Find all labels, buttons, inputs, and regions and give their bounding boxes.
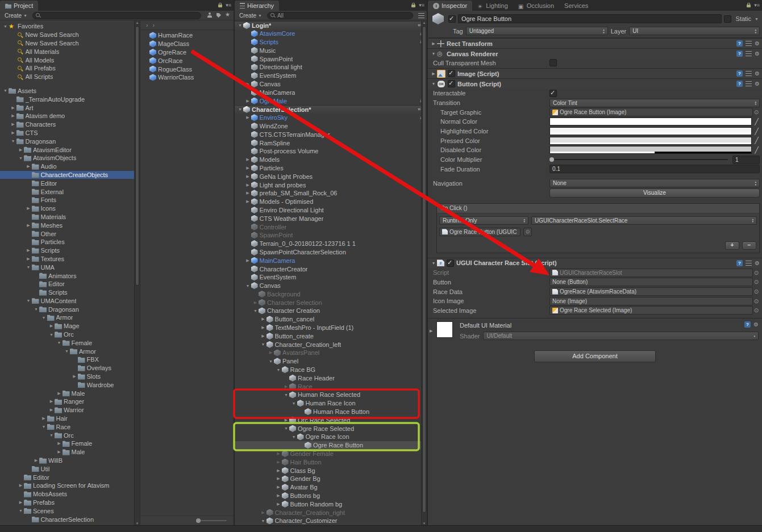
expand-arrow-icon[interactable] — [56, 450, 63, 454]
tree-row[interactable]: Wardrobe — [0, 380, 140, 389]
inspector-tab[interactable]: Occlusion — [513, 1, 559, 11]
expand-arrow-icon[interactable] — [26, 248, 32, 253]
hierarchy-row[interactable]: GeNa Light Probes — [235, 172, 427, 181]
asset-list-item[interactable]: MageClass — [140, 40, 234, 48]
expand-arrow-icon[interactable] — [26, 223, 32, 228]
object-field[interactable]: None (Image) — [549, 297, 753, 305]
expand-arrow-icon[interactable] — [260, 342, 267, 346]
hierarchy-row[interactable]: Background — [235, 290, 427, 299]
expand-arrow-icon[interactable] — [276, 485, 282, 489]
tree-row[interactable]: All Prefabs — [0, 64, 140, 73]
object-field[interactable]: Ogre Race Selected (Image) — [549, 306, 753, 315]
hierarchy-search-input[interactable]: All — [267, 12, 413, 19]
expand-arrow-icon[interactable] — [26, 206, 32, 211]
tree-row[interactable]: Audio — [0, 162, 140, 171]
rect-transform-header[interactable]: ▶ Rect Transform — [428, 38, 762, 48]
tree-row[interactable]: Dragonsan — [0, 305, 140, 313]
hierarchy-row[interactable]: SpawnPoint — [235, 55, 427, 63]
expand-arrow-icon[interactable] — [245, 115, 251, 120]
tree-row[interactable]: UMA — [0, 263, 140, 271]
tree-row[interactable]: _TerrainAutoUpgrade — [0, 95, 140, 103]
hierarchy-row[interactable]: CharacterCreator — [235, 265, 427, 273]
tree-row[interactable]: Mage — [0, 322, 140, 330]
hierarchy-scrollbar[interactable]: ▲ ▼ — [421, 20, 427, 526]
object-picker-icon[interactable]: ⊙ — [753, 109, 760, 115]
tree-row[interactable]: Scripts — [0, 246, 140, 255]
hierarchy-row[interactable]: RamSpline — [235, 139, 427, 147]
tree-row[interactable]: New Saved Search — [0, 31, 140, 39]
expand-arrow-icon[interactable] — [26, 164, 32, 169]
breadcrumb-segment[interactable] — [151, 22, 157, 28]
expand-arrow-icon[interactable] — [245, 284, 251, 288]
add-component-button[interactable]: Add Component — [534, 350, 656, 362]
tree-row[interactable]: Female — [0, 439, 140, 448]
object-picker-icon[interactable]: ⊙ — [523, 228, 532, 236]
hierarchy-row[interactable]: Models — [235, 156, 427, 164]
expand-arrow-icon[interactable] — [268, 350, 274, 355]
help-icon[interactable] — [736, 260, 743, 266]
expand-arrow-icon[interactable] — [18, 156, 24, 160]
layer-dropdown[interactable]: UI▴ ▾ — [629, 27, 760, 35]
inspector-tab[interactable]: Lighting — [472, 1, 513, 11]
hierarchy-row[interactable]: Music — [235, 46, 427, 55]
icon-size-slider[interactable] — [197, 520, 227, 521]
navigation-dropdown[interactable]: None▴ ▾ — [549, 179, 760, 187]
tree-row[interactable]: Male — [0, 389, 140, 397]
expand-arrow-icon[interactable] — [10, 114, 16, 118]
help-icon[interactable] — [736, 81, 743, 87]
gear-icon[interactable] — [755, 51, 760, 57]
hierarchy-row[interactable]: Canvas — [235, 282, 427, 290]
tree-row[interactable]: Female — [0, 338, 140, 347]
tree-row[interactable]: External — [0, 187, 140, 196]
tree-row[interactable]: Materials — [0, 213, 140, 221]
expand-arrow-icon[interactable] — [276, 493, 282, 498]
tree-row[interactable]: Warrior — [0, 406, 140, 414]
tree-row[interactable]: Particles — [0, 238, 140, 246]
gear-icon[interactable] — [755, 40, 760, 47]
button-component-header[interactable]: ▼ Button (Script) — [428, 78, 762, 89]
target-graphic-field[interactable]: Ogre Race Button (Image) — [549, 108, 753, 116]
expand-arrow-icon[interactable] — [41, 425, 47, 429]
hierarchy-sort-icon[interactable] — [418, 13, 424, 18]
tree-row[interactable]: Male — [0, 448, 140, 456]
tree-row[interactable]: Favorites — [0, 22, 140, 31]
tag-dropdown[interactable]: Untagged▴ ▾ — [466, 27, 608, 35]
tree-row[interactable]: Fonts — [0, 196, 140, 204]
hierarchy-row[interactable]: Particles — [235, 164, 427, 173]
visualize-button[interactable]: Visualize — [549, 188, 760, 198]
scrollbar-thumb[interactable] — [422, 26, 426, 513]
tree-row[interactable]: Race — [0, 422, 140, 431]
hierarchy-row[interactable]: Hair Button — [235, 458, 427, 466]
expand-arrow-icon[interactable] — [48, 433, 55, 437]
hierarchy-row[interactable]: prefab_SM_Small_Rock_06 — [235, 189, 427, 198]
tree-row[interactable]: Art — [0, 103, 140, 112]
hierarchy-row[interactable]: WindZone — [235, 122, 427, 131]
event-target-field[interactable]: Ogre Race Button (UGUIC — [439, 228, 521, 236]
cull-transparent-mesh-checkbox[interactable] — [549, 59, 557, 66]
hierarchy-row[interactable]: Race — [235, 382, 427, 391]
tree-row[interactable]: MobsAssets — [0, 490, 140, 499]
tree-row[interactable]: FBX — [0, 355, 140, 364]
search-by-type-icon[interactable] — [206, 12, 213, 19]
tree-row[interactable]: All Scripts — [0, 73, 140, 81]
hierarchy-row[interactable]: Class Bg — [235, 466, 427, 475]
tree-row[interactable]: Characters — [0, 120, 140, 129]
hierarchy-row[interactable]: Terrain_0_0-20180122-123716 1 1 — [235, 240, 427, 248]
hierarchy-row[interactable]: MainCamera — [235, 256, 427, 265]
inspector-tab[interactable]: Services — [559, 1, 593, 11]
expand-arrow-icon[interactable] — [276, 460, 282, 464]
expand-arrow-icon[interactable] — [245, 191, 251, 195]
presets-icon[interactable] — [746, 71, 752, 76]
scrollbar-thumb[interactable] — [135, 26, 139, 286]
tree-row[interactable]: Util — [0, 464, 140, 473]
tree-row[interactable]: Editor — [0, 473, 140, 481]
expand-arrow-icon[interactable] — [26, 257, 32, 261]
expand-arrow-icon[interactable] — [10, 131, 16, 135]
hierarchy-row[interactable]: Ogre Race Button — [235, 441, 427, 450]
image-enabled-checkbox[interactable] — [448, 70, 455, 77]
hierarchy-row[interactable]: Buttons bg — [235, 492, 427, 500]
expand-arrow-icon[interactable] — [18, 483, 24, 488]
expand-arrow-icon[interactable] — [260, 334, 267, 338]
event-remove-button[interactable]: − — [742, 241, 756, 250]
expand-arrow-icon[interactable] — [276, 468, 282, 473]
